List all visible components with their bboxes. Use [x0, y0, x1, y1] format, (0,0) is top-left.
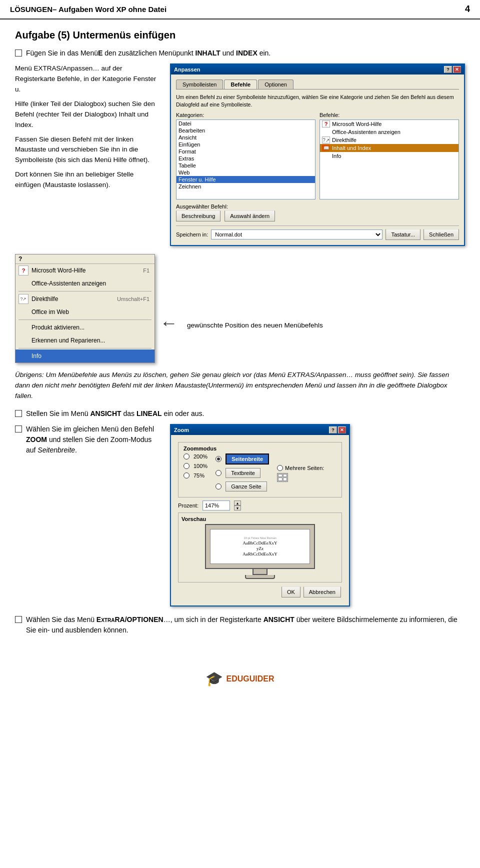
kat-einfuegen[interactable]: Einfügen	[176, 141, 315, 148]
kat-format[interactable]: Format	[176, 148, 315, 155]
zoom-100-label: 100%	[194, 463, 208, 469]
kat-fenster[interactable]: Fenster u. Hilfe	[176, 176, 315, 183]
dialog-title: Anpassen	[174, 66, 200, 72]
task4-checkbox[interactable]	[15, 616, 22, 623]
befehl-direkthilfe[interactable]: ?↗ Direkthilfe	[320, 136, 458, 144]
logo: 🎓 EDUGUIDER	[206, 670, 274, 687]
zoom-titlebar: Zoom ? ✕	[171, 425, 349, 435]
menu-question: ?	[16, 254, 154, 264]
zoom-abbrechen-btn[interactable]: Abbrechen	[304, 586, 341, 598]
titlebar-buttons: ? ✕	[444, 66, 461, 73]
logo-icon: 🎓	[206, 670, 223, 687]
menu-item-direkthilfe[interactable]: ?↗ Direkthilfe Umschalt+F1	[16, 292, 154, 306]
task2-text: Stellen Sie im Menü ANSICHT das LINEAL e…	[26, 408, 204, 419]
befehl-office-ass[interactable]: Office-Assistenten anzeigen	[320, 128, 458, 136]
task1-checkbox[interactable]	[15, 50, 22, 56]
zoom-help-btn[interactable]: ?	[329, 426, 337, 434]
task3-checkbox[interactable]	[15, 426, 22, 432]
zoom-textbreite: Textbreite	[216, 468, 269, 478]
task4-text: Wählen Sie das Menü ExtraRA/OPTIONEN…, u…	[26, 614, 465, 636]
zoom-title: Zoom	[174, 427, 189, 433]
dialog-body: Symbolleisten Befehle Optionen Um einen …	[171, 74, 464, 245]
kat-tabelle[interactable]: Tabelle	[176, 162, 315, 169]
header-title: LÖSUNGEN– Aufgaben Word XP ohne Datei	[10, 5, 166, 14]
auswahl-aendern-btn[interactable]: Auswahl ändern	[224, 210, 275, 222]
zoom-close-btn[interactable]: ✕	[338, 426, 346, 434]
arrow-section: ← gewünschte Position des neuen Menübefe…	[160, 314, 323, 332]
kat-bearbeiten[interactable]: Bearbeiten	[176, 127, 315, 134]
page-number: 4	[465, 4, 470, 14]
dialog-panels: Kategorien: Datei Bearbeiten Ansicht Ein…	[176, 112, 459, 200]
tastatur-btn[interactable]: Tastatur...	[386, 229, 420, 240]
textbreite-btn[interactable]: Textbreite	[226, 468, 260, 478]
dialog-tabs: Symbolleisten Befehle Optionen	[176, 80, 459, 90]
monitor-foot	[252, 569, 268, 575]
tab-symbolleisten[interactable]: Symbolleisten	[176, 80, 223, 89]
menu-item-produkt[interactable]: Produkt aktivieren...	[16, 321, 154, 334]
info-icon	[322, 152, 330, 160]
zoom-dialog: Zoom ? ✕ Zoommodus 200%	[170, 424, 350, 606]
mehrere-seiten-row: Mehrere Seiten:	[277, 465, 324, 471]
radio-ganze-seite[interactable]	[216, 484, 222, 490]
tab-befehle[interactable]: Befehle	[224, 80, 257, 89]
task2-checkbox[interactable]	[15, 410, 22, 417]
radio-mehrere[interactable]	[277, 465, 283, 471]
kategorien-label: Kategorien:	[176, 112, 316, 118]
kat-ansicht[interactable]: Ansicht	[176, 134, 315, 141]
seitenbreite-btn[interactable]: Seitenbreite	[226, 454, 269, 464]
befehle-listbox[interactable]: ? Microsoft Word-Hilfe Office-Assistente…	[320, 120, 459, 200]
befehl-word-hilfe[interactable]: ? Microsoft Word-Hilfe	[320, 120, 458, 128]
menu-item-erkennen[interactable]: Erkennen und Reparieren...	[16, 334, 154, 347]
zoom-titlebar-btns: ? ✕	[329, 426, 346, 434]
help-btn[interactable]: ?	[444, 66, 452, 73]
inhalt-icon: 📖	[322, 144, 330, 152]
page-header: LÖSUNGEN– Aufgaben Word XP ohne Datei 4	[0, 0, 480, 20]
radio-seitenbreite[interactable]	[216, 456, 222, 462]
spin-down-btn[interactable]: ▼	[234, 506, 241, 510]
befehl-info[interactable]: Info	[320, 152, 458, 160]
schliessen-btn[interactable]: Schließen	[424, 229, 459, 240]
note-text: Übrigens: Um Menübefehle aus Menüs zu lö…	[15, 371, 449, 400]
befehl-inhalt-index[interactable]: 📖 Inhalt und Index	[320, 144, 458, 152]
menu-arrow-section: ? ? Microsoft Word-Hilfe F1 Office-Assis…	[15, 254, 465, 363]
beschreibung-btn[interactable]: Beschreibung	[176, 210, 220, 222]
zoom-200: 200%	[184, 454, 208, 460]
note-block: Übrigens: Um Menübefehle aus Menüs zu lö…	[15, 370, 465, 402]
menu-popup: ? ? Microsoft Word-Hilfe F1 Office-Assis…	[15, 254, 155, 363]
monitor-body: 10 pt Times New Roman AaBbCcDdEeXxY yZz …	[205, 524, 315, 569]
prozent-input[interactable]	[202, 500, 230, 510]
kategorien-listbox[interactable]: Datei Bearbeiten Ansicht Einfügen Format…	[176, 120, 316, 200]
radio-textbreite[interactable]	[216, 470, 222, 476]
tab-optionen[interactable]: Optionen	[258, 80, 294, 89]
prozent-spinner[interactable]: ▲ ▼	[234, 500, 241, 510]
logo-text: EDUGUIDER	[226, 674, 274, 684]
radio-100[interactable]	[184, 463, 190, 469]
close-btn[interactable]: ✕	[453, 66, 461, 73]
prozent-label: Prozent:	[178, 502, 198, 508]
menu-item-info[interactable]: Info	[16, 350, 154, 362]
radio-75[interactable]	[184, 472, 190, 478]
menu-direkthilfe-shortcut: Umschalt+F1	[117, 296, 150, 302]
direkthilfe-text: Direkthilfe	[332, 137, 356, 143]
mehrere-pages-icon	[277, 473, 288, 482]
menu-erkennen-icon	[18, 336, 28, 346]
menu-office-web-icon	[18, 307, 28, 317]
spin-up-btn[interactable]: ▲	[234, 500, 241, 506]
radio-200[interactable]	[184, 454, 190, 460]
speichern-select[interactable]: Normal.dot	[211, 230, 382, 240]
ganze-seite-btn[interactable]: Ganze Seite	[226, 482, 267, 492]
zoom-ok-btn[interactable]: OK	[282, 586, 300, 598]
word-hilfe-icon: ?	[322, 120, 330, 128]
main-content: Aufgabe (5) Untermenüs einfügen Fügen Si…	[0, 20, 480, 650]
kat-web[interactable]: Web	[176, 169, 315, 176]
menu-item-office-web[interactable]: Office im Web	[16, 306, 154, 318]
menu-direkthilfe-icon: ?↗	[18, 294, 28, 304]
kat-extras[interactable]: Extras	[176, 155, 315, 162]
page-footer: 🎓 EDUGUIDER	[0, 660, 480, 697]
menu-item-word-hilfe[interactable]: ? Microsoft Word-Hilfe F1	[16, 264, 154, 277]
info-text: Info	[332, 153, 341, 159]
kat-zeichnen[interactable]: Zeichnen	[176, 183, 315, 190]
menu-word-hilfe-icon: ?	[18, 266, 28, 276]
kat-datei[interactable]: Datei	[176, 120, 315, 127]
menu-item-office-ass[interactable]: Office-Assistenten anzeigen	[16, 277, 154, 290]
